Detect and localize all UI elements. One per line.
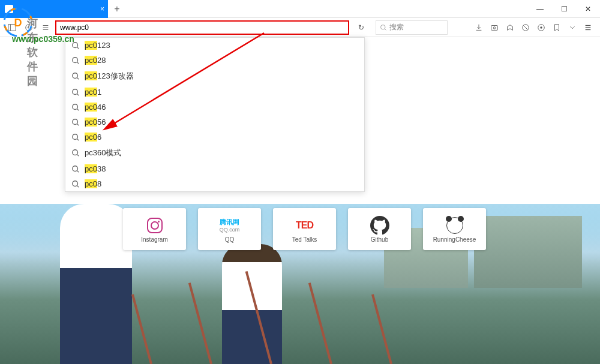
svg-point-16: [540, 26, 542, 29]
suggestion-item[interactable]: pc056: [65, 115, 364, 130]
speed-dial-tile-qq[interactable]: 腾讯网QQ.comQQ: [198, 208, 261, 250]
svg-line-29: [77, 109, 79, 110]
suggestion-item[interactable]: pc01: [65, 85, 364, 100]
svg-point-30: [73, 119, 78, 124]
suggestion-text: pc056: [85, 118, 106, 127]
list-icon[interactable]: [38, 20, 53, 35]
tile-label: Instagram: [141, 236, 167, 243]
svg-line-21: [77, 47, 79, 49]
urlbar-container: [55, 20, 349, 35]
window-minimize-button[interactable]: —: [528, 0, 552, 18]
svg-line-27: [77, 94, 79, 95]
speed-dial-tile-panda[interactable]: RunningCheese: [423, 208, 486, 250]
speed-dial-tile-github[interactable]: Github: [348, 208, 411, 250]
tile-label: RunningCheese: [433, 236, 476, 243]
tile-label: Ted Talks: [292, 236, 317, 243]
url-input-highlight: [55, 20, 349, 35]
suggestion-item[interactable]: pc046: [65, 100, 364, 115]
speed-dial-tile-instagram[interactable]: Instagram: [123, 208, 186, 250]
svg-rect-3: [8, 24, 16, 31]
screenshot-icon[interactable]: [487, 20, 502, 35]
bookmark-icon[interactable]: [550, 20, 564, 35]
suggestion-text: pc01: [85, 88, 101, 97]
speed-dial-tile-ted[interactable]: TEDTed Talks: [273, 208, 336, 250]
svg-point-34: [73, 150, 78, 155]
svg-line-39: [77, 185, 79, 187]
suggestion-text: pc360模式: [85, 148, 121, 158]
svg-line-31: [77, 124, 79, 125]
window-titlebar: × + — ☐ ✕: [0, 0, 600, 18]
suggestion-text: pc08: [85, 179, 101, 188]
svg-point-22: [73, 57, 78, 62]
search-icon: [71, 88, 80, 97]
search-icon: [71, 133, 80, 142]
menu-icon[interactable]: [581, 20, 595, 35]
new-tab-button[interactable]: +: [108, 0, 126, 18]
svg-point-28: [73, 104, 78, 109]
speed-dial-tiles: Instagram腾讯网QQ.comQQTEDTed TalksGithubRu…: [123, 208, 486, 250]
search-icon: [71, 118, 80, 127]
suggestion-text: pc06: [85, 133, 101, 142]
svg-point-24: [73, 73, 78, 79]
ted-icon: TED: [295, 216, 314, 235]
svg-point-26: [73, 89, 78, 94]
svg-line-23: [77, 62, 79, 64]
sidebar-toggle-icon[interactable]: [5, 20, 19, 35]
suggestion-text: pc038: [85, 164, 106, 173]
extensions-icon[interactable]: [534, 20, 548, 35]
toolbar-actions: [472, 20, 595, 35]
browser-tab-active[interactable]: ×: [0, 0, 108, 18]
suggestion-item[interactable]: pc038: [65, 161, 364, 176]
search-box[interactable]: 搜索: [376, 20, 448, 35]
url-suggestions-dropdown: pc0123pc028pc0123修改器pc01pc046pc056pc06pc…: [65, 37, 365, 192]
suggestion-text: pc046: [85, 103, 106, 112]
tile-label: QQ: [225, 236, 235, 243]
panda-icon: [445, 216, 464, 235]
suggestion-text: pc0123修改器: [85, 71, 134, 82]
reader-icon[interactable]: [503, 20, 517, 35]
suggestion-item[interactable]: pc360模式: [65, 145, 364, 161]
svg-point-12: [493, 26, 496, 29]
search-icon: [71, 41, 80, 50]
search-icon: [71, 180, 80, 188]
svg-line-33: [77, 139, 79, 140]
tab-favicon-icon: [5, 5, 13, 13]
window-controls: — ☐ ✕: [528, 0, 600, 18]
search-icon: [71, 103, 80, 112]
noscript-icon[interactable]: [518, 20, 533, 35]
search-placeholder: 搜索: [389, 22, 404, 32]
tab-close-button[interactable]: ×: [100, 5, 104, 13]
suggestion-item[interactable]: pc028: [65, 53, 364, 68]
browser-toolbar: ↻ 搜索: [0, 18, 600, 37]
window-close-button[interactable]: ✕: [576, 0, 600, 18]
instagram-icon: [145, 216, 164, 235]
search-icon: [71, 56, 80, 65]
download-icon[interactable]: [472, 20, 486, 35]
window-maximize-button[interactable]: ☐: [552, 0, 576, 18]
tile-label: Github: [371, 236, 388, 243]
svg-line-35: [77, 155, 79, 157]
svg-line-14: [524, 25, 528, 29]
svg-rect-11: [491, 25, 498, 30]
history-icon[interactable]: [22, 20, 36, 35]
github-icon: [370, 216, 389, 235]
suggestion-item[interactable]: pc0123: [65, 38, 364, 53]
svg-point-9: [381, 25, 386, 29]
suggestion-text: pc0123: [85, 41, 110, 50]
search-icon: [71, 72, 80, 80]
search-icon: [71, 149, 80, 157]
suggestion-item[interactable]: pc08: [65, 176, 364, 191]
svg-point-36: [73, 166, 78, 171]
more-icon[interactable]: [565, 20, 580, 35]
suggestion-item[interactable]: pc0123修改器: [65, 68, 364, 85]
suggestion-text: pc028: [85, 56, 106, 65]
search-icon: [71, 165, 80, 173]
svg-line-37: [77, 170, 79, 172]
url-input[interactable]: [60, 23, 344, 32]
qq-icon: 腾讯网QQ.com: [220, 216, 239, 235]
svg-point-38: [73, 181, 78, 186]
svg-point-20: [73, 42, 78, 47]
svg-point-32: [73, 134, 78, 139]
suggestion-item[interactable]: pc06: [65, 130, 364, 145]
reload-button[interactable]: ↻: [354, 20, 368, 35]
